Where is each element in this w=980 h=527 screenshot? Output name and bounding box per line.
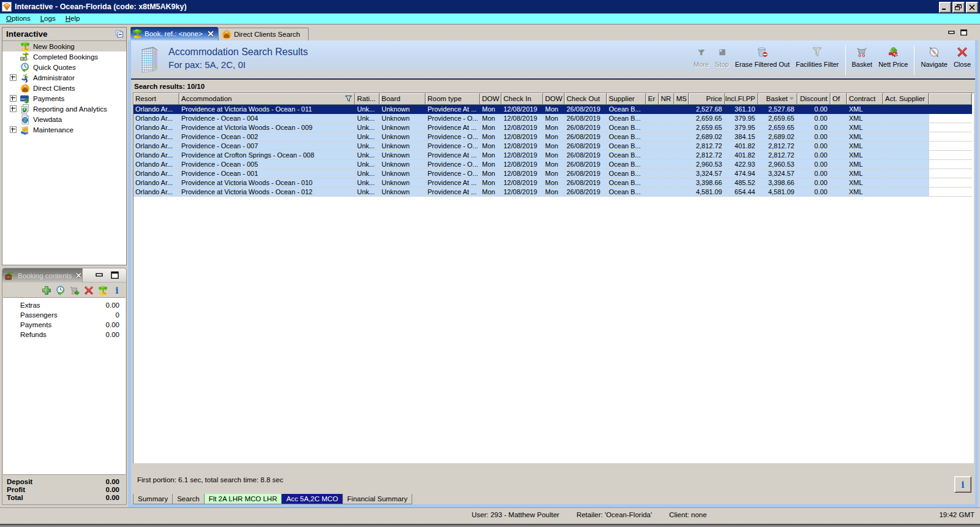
column-header-er[interactable]: Er [646,93,659,105]
section-tab-acc-5a-2c-mco[interactable]: Acc 5A,2C MCO [282,494,342,504]
table-row[interactable]: Orlando Ar...Providence - Ocean - 002Unk… [134,132,974,142]
table-row[interactable]: Orlando Ar...Providence - Ocean - 005Unk… [134,160,974,169]
sidebar-item-reporting-and-analytics[interactable]: Reporting and Analytics [2,104,126,114]
sidebar-item-administrator[interactable]: Administrator [2,72,126,83]
table-cell: 2,960.53 [758,160,797,169]
minimize-button[interactable] [939,2,951,13]
column-header-label: Contract [849,95,875,102]
close-tab-icon[interactable] [75,271,82,279]
column-header-resort[interactable]: Resort [134,93,179,105]
table-cell: Unknown [380,151,426,160]
column-header-board[interactable]: Board [380,93,426,105]
sidebar-item-new-booking[interactable]: New Booking [2,41,126,51]
booking-row-label: Payments [20,321,106,328]
collapse-panel-icon[interactable] [115,30,123,38]
close-tab-icon[interactable] [207,30,214,37]
sidebar-item-maintenance[interactable]: Maintenance [2,124,126,135]
mdi-minimize-icon[interactable] [948,29,955,36]
column-header-dow[interactable]: DOW [543,93,565,105]
section-tab-search[interactable]: Search [173,494,204,504]
expand-icon[interactable] [2,95,20,102]
table-row[interactable]: Orlando Ar...Providence at Victoria Wood… [134,188,974,197]
toolbar-nett-price-button[interactable]: Nett Price [875,44,911,69]
column-header-rati[interactable]: Rati... [355,93,380,105]
close-button[interactable] [966,2,978,13]
toolbar-close-button[interactable]: Close [951,44,974,69]
sidebar-item-viewdata[interactable]: Viewdata [2,114,126,124]
section-tab-financial-summary[interactable]: Financial Summary [343,494,412,504]
column-header-price[interactable]: Price [689,93,725,105]
table-row[interactable]: Orlando Ar...Providence - Ocean - 001Unk… [134,169,974,178]
table-cell: Mon [480,123,502,132]
table-cell: Unk... [355,132,380,142]
expand-icon[interactable] [2,74,20,81]
menu-logs[interactable]: Logs [36,14,61,23]
minimize-panel-icon[interactable] [96,271,104,279]
table-cell: Mon [480,151,502,160]
expand-icon[interactable] [2,126,20,133]
column-header-check-out[interactable]: Check Out [565,93,607,105]
document-tab-book-ref-none[interactable]: Book. ref.: <none> [130,27,218,40]
table-cell [929,123,972,132]
column-header-dow[interactable]: DOW [480,93,502,105]
person-icon [222,29,232,39]
table-row[interactable]: Orlando Ar...Providence at Victoria Wood… [134,105,974,114]
toolbar-erase-filtered-out-button[interactable]: Erase Filtered Out [732,44,793,69]
column-filter-icon[interactable] [345,95,352,102]
mdi-maximize-icon[interactable] [960,29,967,36]
toolbar-more-button: More [690,44,712,69]
booking-row-passengers[interactable]: Passengers0 [3,310,126,320]
booking-icon[interactable] [98,286,108,295]
column-header-contract[interactable]: Contract [847,93,883,105]
table-row[interactable]: Orlando Ar...Providence - Ocean - 007Unk… [134,142,974,151]
info-button[interactable] [954,476,971,493]
sidebar-item-completed-bookings[interactable]: Completed Bookings [2,51,126,62]
maximize-panel-icon[interactable] [111,271,119,279]
column-header-nr[interactable]: NR [659,93,674,105]
sidebar-item-quick-quotes[interactable]: Quick Quotes [2,62,126,72]
table-row[interactable]: Orlando Ar...Providence at Crofton Sprin… [134,151,974,160]
column-header-blank[interactable] [929,93,972,105]
booking-row-refunds[interactable]: Refunds0.00 [3,330,126,339]
column-header-of[interactable]: Of [831,93,847,105]
column-header-room-type[interactable]: Room type [426,93,480,105]
document-tab-direct-clients-search[interactable]: Direct Clients Search [218,28,309,40]
expand-icon[interactable] [2,105,20,112]
sidebar-item-payments[interactable]: Payments [2,93,126,104]
column-header-incl-fl-pp[interactable]: Incl.Fl.PP [725,93,758,105]
table-cell [883,132,929,142]
add-item-icon[interactable] [42,286,51,295]
table-row[interactable]: Orlando Ar...Providence at Victoria Wood… [134,123,974,132]
quick-quote-icon[interactable] [56,286,66,295]
info-icon[interactable] [112,286,122,295]
booking-row-payments[interactable]: Payments0.00 [3,320,126,330]
toolbar-facilities-filter-button[interactable]: Facilities Filter [793,44,842,69]
delete-item-icon[interactable] [84,286,94,295]
booking-row-extras[interactable]: Extras0.00 [3,300,126,310]
column-header-basket[interactable]: Basket [758,93,797,105]
section-tab-summary[interactable]: Summary [133,494,173,504]
menu-options[interactable]: Options [1,14,36,23]
toolbar-button-label: Erase Filtered Out [735,61,790,68]
column-header-check-in[interactable]: Check In [502,93,543,105]
toolbar-basket-button[interactable]: Basket [849,44,876,69]
move-to-basket-icon[interactable] [70,286,80,295]
table-cell: 12/08/2019 [502,105,543,114]
column-header-act-supplier[interactable]: Act. Supplier [883,93,929,105]
column-header-discount[interactable]: Discount [797,93,831,105]
toolbar-button-label: Nett Price [878,61,908,68]
search-results-count: Search results: 10/10 [131,80,975,93]
table-row[interactable]: Orlando Ar...Providence at Victoria Wood… [134,178,974,188]
restore-button[interactable] [952,2,965,13]
column-header-supplier[interactable]: Supplier [607,93,646,105]
column-header-accommodation[interactable]: Accommodation [179,93,355,105]
column-header-ms[interactable]: MS [674,93,689,105]
sidebar-item-direct-clients[interactable]: Direct Clients [2,83,126,93]
table-row[interactable]: Orlando Ar...Providence - Ocean - 004Unk… [134,114,974,123]
section-tab-flt-2a-lhr-mco-lhr[interactable]: Flt 2A LHR MCO LHR [205,494,282,504]
table-cell: 12/08/2019 [502,123,543,132]
table-cell: Unknown [380,160,426,169]
toolbar-navigate-button[interactable]: Navigate [918,44,950,69]
menu-help[interactable]: Help [61,14,85,23]
booking-contents-tab[interactable]: Booking contents [2,268,82,282]
